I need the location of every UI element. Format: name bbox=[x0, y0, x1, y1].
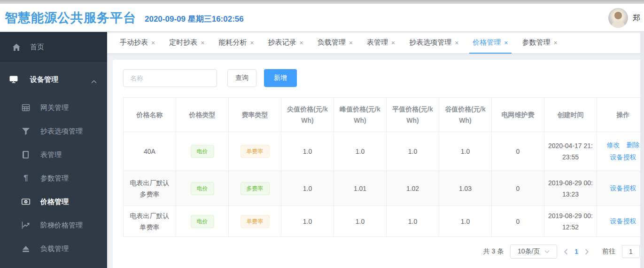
tab-meter-mgmt[interactable]: 表管理× bbox=[360, 32, 402, 54]
table-header-row: 价格名称 价格类型 费率类型 尖值价格(元/kWh) 峰值价格(元/kWh) 平… bbox=[124, 98, 644, 132]
toolbar: 查询 新增 bbox=[123, 69, 644, 87]
close-icon[interactable]: × bbox=[300, 39, 303, 47]
device-auth-link[interactable]: 设备授权 bbox=[610, 153, 636, 162]
total-count: 共 3 条 bbox=[483, 247, 504, 256]
tab-load-mgmt[interactable]: 负载管理× bbox=[310, 32, 360, 54]
close-icon[interactable]: × bbox=[250, 39, 254, 47]
tab-price-mgmt[interactable]: 价格管理× bbox=[466, 32, 515, 54]
sidebar-item-device-mgmt[interactable]: 设备管理 bbox=[0, 63, 107, 96]
chevron-up-icon bbox=[91, 77, 97, 85]
rate-type-badge: 单费率 bbox=[241, 215, 270, 228]
sidebar-item-label: 价格管理 bbox=[40, 197, 69, 206]
close-icon[interactable]: × bbox=[201, 39, 204, 47]
tab-energy-analysis[interactable]: 能耗分析× bbox=[211, 32, 261, 54]
query-button[interactable]: 查询 bbox=[227, 69, 256, 87]
edit-link[interactable]: 修改 bbox=[607, 141, 620, 150]
sidebar-item-label: 设备管理 bbox=[30, 75, 58, 84]
money-icon: 0 bbox=[22, 197, 30, 206]
goto-page-input[interactable] bbox=[622, 245, 640, 258]
tab-reading-records[interactable]: 抄表记录× bbox=[261, 32, 310, 54]
chart-icon bbox=[22, 221, 30, 229]
close-icon[interactable]: × bbox=[455, 39, 458, 47]
sidebar-item-home[interactable]: 首页 bbox=[0, 32, 107, 63]
close-icon[interactable]: × bbox=[391, 39, 395, 47]
user-avatar[interactable] bbox=[608, 8, 628, 28]
price-table: 价格名称 价格类型 费率类型 尖值价格(元/kWh) 峰值价格(元/kWh) 平… bbox=[123, 97, 644, 237]
price-type-badge: 电价 bbox=[191, 182, 214, 195]
delete-link[interactable]: 删除 bbox=[627, 141, 640, 150]
pilcrow-icon: ¶ bbox=[22, 174, 30, 182]
user-name[interactable]: 郑 bbox=[633, 13, 640, 23]
prev-page-button[interactable] bbox=[564, 249, 568, 255]
next-page-button[interactable] bbox=[585, 249, 589, 255]
close-icon[interactable]: × bbox=[151, 39, 155, 47]
app-header: 智慧能源公共服务平台 2020-09-09 星期三16:02:56 郑 bbox=[0, 4, 644, 32]
sidebar-item-meter-mgmt[interactable]: 表管理 bbox=[0, 143, 107, 166]
rate-type-badge: 多费率 bbox=[241, 182, 270, 195]
sidebar-item-tier-price-mgmt[interactable]: 阶梯价格管理 bbox=[0, 213, 107, 237]
tab-meter-options[interactable]: 抄表选项管理× bbox=[402, 32, 466, 54]
table-row: 电表出厂默认单费率 电价 单费率 1.0 1.0 1.0 1.0 0 2019-… bbox=[124, 206, 644, 237]
device-auth-link[interactable]: 设备授权 bbox=[610, 184, 636, 192]
tab-manual-reading[interactable]: 手动抄表× bbox=[113, 32, 162, 54]
table-row: 电表出厂默认多费率 电价 多费率 1.0 1.01 1.02 1.03 0 20… bbox=[124, 171, 644, 206]
price-type-badge: 电价 bbox=[191, 145, 214, 158]
content-panel: 查询 新增 价格名称 价格类型 费率类型 尖值价格(元/kWh) 峰值价格(元/… bbox=[113, 60, 644, 268]
tab-bar: 手动抄表× 定时抄表× 能耗分析× 抄表记录× 负载管理× 表管理× 抄表选项管… bbox=[107, 32, 640, 54]
scrollbar-track[interactable] bbox=[640, 32, 644, 268]
grid-icon bbox=[22, 103, 30, 112]
add-button[interactable]: 新增 bbox=[264, 69, 297, 87]
sidebar-item-label: 负载管理 bbox=[40, 244, 69, 253]
sidebar-item-label: 阶梯价格管理 bbox=[40, 221, 83, 230]
sidebar-item-meter-options[interactable]: 抄表选项管理 bbox=[0, 119, 107, 143]
sidebar-item-label: 参数管理 bbox=[40, 174, 69, 183]
tab-param-mgmt[interactable]: 参数管理× bbox=[515, 32, 565, 54]
close-icon[interactable]: × bbox=[504, 39, 508, 47]
price-type-badge: 电价 bbox=[191, 215, 214, 228]
sidebar-item-param-mgmt[interactable]: ¶ 参数管理 bbox=[0, 166, 107, 190]
sidebar-item-gateway-mgmt[interactable]: 网关管理 bbox=[0, 96, 107, 119]
sidebar-item-constant-mgmt[interactable]: 19 常数管理 bbox=[0, 260, 107, 268]
close-icon[interactable]: × bbox=[349, 39, 353, 47]
filter-icon bbox=[22, 127, 30, 135]
sidebar-item-price-mgmt[interactable]: 0 价格管理 bbox=[0, 190, 107, 213]
sidebar-item-load-mgmt[interactable]: 负载管理 bbox=[0, 237, 107, 260]
app-title: 智慧能源公共服务平台 bbox=[5, 9, 136, 26]
pagination: 共 3 条 10条/页 1 前往 页 bbox=[123, 244, 644, 259]
rate-type-badge: 单费率 bbox=[241, 145, 270, 158]
device-auth-link[interactable]: 设备授权 bbox=[610, 217, 636, 225]
book-icon bbox=[22, 150, 30, 159]
close-icon[interactable]: × bbox=[554, 39, 558, 47]
sidebar: 首页 设备管理 网关管理 抄表选项管理 表管理 ¶ 参数管理 0 价 bbox=[0, 32, 107, 268]
eject-icon bbox=[22, 244, 30, 253]
page-size-select[interactable]: 10条/页 bbox=[510, 244, 557, 259]
monitor-icon bbox=[9, 75, 18, 84]
search-input[interactable] bbox=[123, 69, 217, 87]
tab-scheduled-reading[interactable]: 定时抄表× bbox=[162, 32, 211, 54]
sidebar-item-label: 网关管理 bbox=[40, 103, 69, 112]
home-icon bbox=[12, 43, 21, 52]
header-datetime: 2020-09-09 星期三16:02:56 bbox=[145, 14, 244, 24]
sidebar-item-label: 抄表选项管理 bbox=[40, 127, 83, 136]
sidebar-item-label: 首页 bbox=[30, 43, 44, 52]
window-top-edge bbox=[0, 0, 644, 4]
chevron-down-icon bbox=[544, 250, 550, 253]
goto-label: 前往 bbox=[602, 247, 615, 256]
table-row: 40A 电价 单费率 1.0 1.0 1.0 1.0 0 2020-04-17 … bbox=[124, 132, 644, 171]
page-number[interactable]: 1 bbox=[574, 248, 578, 255]
sidebar-item-label: 表管理 bbox=[40, 150, 62, 159]
